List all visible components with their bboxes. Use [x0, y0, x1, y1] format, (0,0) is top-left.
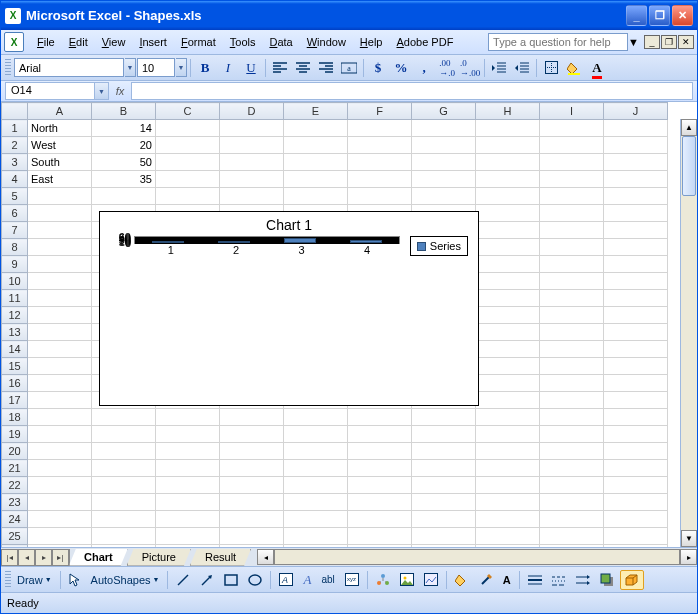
menu-edit[interactable]: Edit — [62, 33, 95, 51]
select-objects-button[interactable] — [65, 571, 85, 589]
currency-button[interactable]: $ — [367, 57, 389, 79]
column-header-B[interactable]: B — [92, 103, 156, 120]
cell-D2[interactable] — [220, 137, 284, 154]
cell-A10[interactable] — [28, 273, 92, 290]
sheet-tab-result[interactable]: Result — [190, 549, 251, 566]
cell-I15[interactable] — [540, 358, 604, 375]
doc-restore-button[interactable]: ❐ — [661, 35, 677, 49]
textbox-button[interactable]: A — [275, 571, 297, 588]
cell-I4[interactable] — [540, 171, 604, 188]
cell-F2[interactable] — [348, 137, 412, 154]
cell-A5[interactable] — [28, 188, 92, 205]
cell-D1[interactable] — [220, 120, 284, 137]
scroll-up-button[interactable]: ▲ — [681, 119, 697, 136]
arrow-button[interactable] — [196, 571, 218, 589]
cell-B23[interactable] — [92, 494, 156, 511]
row-header-13[interactable]: 13 — [2, 324, 28, 341]
name-box[interactable]: O14 — [5, 82, 95, 100]
cell-J9[interactable] — [604, 256, 668, 273]
fill-color-button[interactable] — [563, 57, 585, 79]
cell-H11[interactable] — [476, 290, 540, 307]
cell-G2[interactable] — [412, 137, 476, 154]
cell-H19[interactable] — [476, 426, 540, 443]
cell-G24[interactable] — [412, 511, 476, 528]
cell-J18[interactable] — [604, 409, 668, 426]
align-left-button[interactable] — [269, 57, 291, 79]
cell-D24[interactable] — [220, 511, 284, 528]
row-header-20[interactable]: 20 — [2, 443, 28, 460]
cell-H6[interactable] — [476, 205, 540, 222]
cell-H15[interactable] — [476, 358, 540, 375]
cell-E19[interactable] — [284, 426, 348, 443]
tab-nav-prev[interactable]: ◂ — [18, 549, 35, 566]
column-header-E[interactable]: E — [284, 103, 348, 120]
cell-E5[interactable] — [284, 188, 348, 205]
cell-C24[interactable] — [156, 511, 220, 528]
cell-H17[interactable] — [476, 392, 540, 409]
cell-A13[interactable] — [28, 324, 92, 341]
cell-F3[interactable] — [348, 154, 412, 171]
cell-C26[interactable] — [156, 545, 220, 548]
cell-H24[interactable] — [476, 511, 540, 528]
cell-J22[interactable] — [604, 477, 668, 494]
cell-J3[interactable] — [604, 154, 668, 171]
name-box-dropdown[interactable]: ▼ — [95, 82, 109, 100]
menu-format[interactable]: Format — [174, 33, 223, 51]
cell-F18[interactable] — [348, 409, 412, 426]
cell-G20[interactable] — [412, 443, 476, 460]
picture-button[interactable] — [420, 571, 442, 588]
cell-F20[interactable] — [348, 443, 412, 460]
cell-B25[interactable] — [92, 528, 156, 545]
cell-A23[interactable] — [28, 494, 92, 511]
row-header-4[interactable]: 4 — [2, 171, 28, 188]
cell-A1[interactable]: North — [28, 120, 92, 137]
cell-J26[interactable] — [604, 545, 668, 548]
cell-I13[interactable] — [540, 324, 604, 341]
cell-J24[interactable] — [604, 511, 668, 528]
cell-E4[interactable] — [284, 171, 348, 188]
row-header-22[interactable]: 22 — [2, 477, 28, 494]
cell-A24[interactable] — [28, 511, 92, 528]
cell-F24[interactable] — [348, 511, 412, 528]
row-header-8[interactable]: 8 — [2, 239, 28, 256]
menu-tools[interactable]: Tools — [223, 33, 263, 51]
cell-H26[interactable] — [476, 545, 540, 548]
decrease-decimal-button[interactable]: .0→.00 — [459, 57, 481, 79]
vertical-scrollbar[interactable]: ▲ ▼ — [680, 119, 697, 547]
fill-color-drawing-button[interactable] — [451, 571, 473, 589]
cell-I3[interactable] — [540, 154, 604, 171]
cell-H23[interactable] — [476, 494, 540, 511]
row-header-1[interactable]: 1 — [2, 120, 28, 137]
cell-F19[interactable] — [348, 426, 412, 443]
cell-G18[interactable] — [412, 409, 476, 426]
3d-style-button[interactable] — [620, 570, 644, 590]
cell-B19[interactable] — [92, 426, 156, 443]
scroll-track[interactable] — [274, 549, 680, 565]
cell-A8[interactable] — [28, 239, 92, 256]
italic-button[interactable]: I — [217, 57, 239, 79]
cell-I22[interactable] — [540, 477, 604, 494]
cell-A14[interactable] — [28, 341, 92, 358]
tab-nav-next[interactable]: ▸ — [35, 549, 52, 566]
column-header-J[interactable]: J — [604, 103, 668, 120]
cell-G4[interactable] — [412, 171, 476, 188]
row-header-9[interactable]: 9 — [2, 256, 28, 273]
cell-J23[interactable] — [604, 494, 668, 511]
row-header-5[interactable]: 5 — [2, 188, 28, 205]
cell-A6[interactable] — [28, 205, 92, 222]
row-header-18[interactable]: 18 — [2, 409, 28, 426]
cell-C22[interactable] — [156, 477, 220, 494]
cell-B1[interactable]: 14 — [92, 120, 156, 137]
cell-E20[interactable] — [284, 443, 348, 460]
cell-J13[interactable] — [604, 324, 668, 341]
cell-I14[interactable] — [540, 341, 604, 358]
formula-input[interactable] — [131, 82, 693, 100]
cell-A11[interactable] — [28, 290, 92, 307]
cell-H13[interactable] — [476, 324, 540, 341]
cell-J8[interactable] — [604, 239, 668, 256]
align-center-button[interactable] — [292, 57, 314, 79]
cell-J11[interactable] — [604, 290, 668, 307]
cell-G25[interactable] — [412, 528, 476, 545]
cell-D5[interactable] — [220, 188, 284, 205]
cell-I17[interactable] — [540, 392, 604, 409]
